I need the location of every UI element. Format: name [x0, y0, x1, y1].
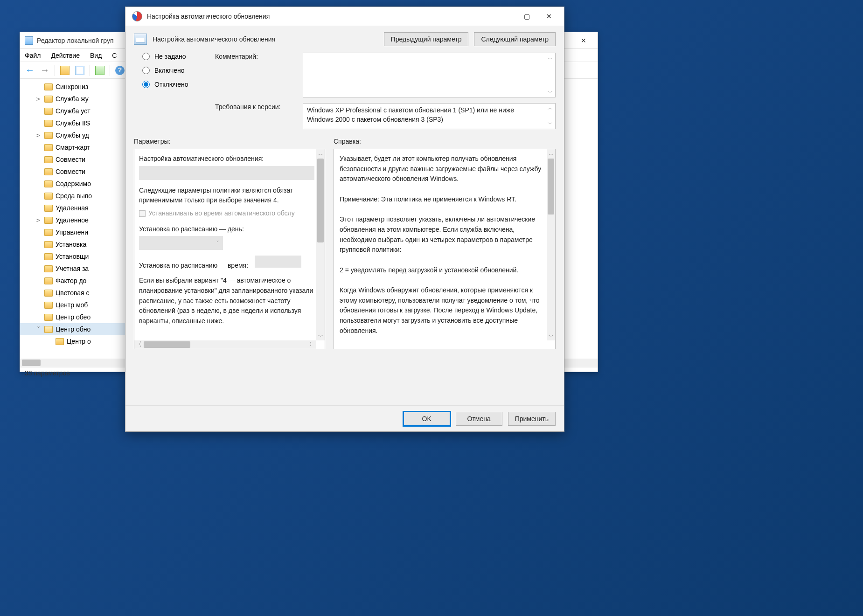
tree-node[interactable]: Фактор до — [20, 275, 136, 287]
tree-node[interactable]: ˅Центр обно — [20, 323, 136, 335]
properties-button[interactable] — [73, 64, 87, 77]
scroll-up-icon[interactable]: ︿ — [316, 149, 325, 158]
scrollbar-thumb[interactable] — [548, 159, 554, 215]
scroll-left-icon[interactable]: 〈 — [134, 340, 143, 349]
options-hscrollbar[interactable]: 〈 〉 — [134, 340, 316, 349]
tree-node[interactable]: Установщи — [20, 250, 136, 263]
radio-enabled-input[interactable] — [142, 67, 150, 74]
scrollbar-thumb[interactable] — [22, 360, 41, 366]
scroll-down-icon[interactable]: ﹀ — [316, 332, 325, 340]
tree-expander-icon[interactable]: > — [35, 216, 42, 224]
previous-setting-button[interactable]: Предыдущий параметр — [384, 32, 469, 46]
tree-node[interactable]: Центр моб — [20, 299, 136, 311]
tree-node[interactable]: Установка — [20, 238, 136, 250]
tree-node[interactable]: Служба уст — [20, 105, 136, 117]
tree-node[interactable]: Содержимо — [20, 178, 136, 190]
tree-node-label: Удаленная — [56, 204, 89, 212]
folder-icon — [44, 326, 53, 333]
tree-expander-icon[interactable]: ˅ — [35, 325, 42, 333]
comment-label: Комментарий: — [215, 53, 294, 60]
tree-node[interactable]: Цветовая с — [20, 287, 136, 299]
scrollbar-thumb[interactable] — [317, 159, 324, 242]
scroll-down-icon[interactable]: ﹀ — [547, 332, 555, 340]
dialog-footer: OK Отмена Применить — [125, 405, 564, 431]
help-p2: Примечание: Эта политика не применяется … — [340, 194, 543, 205]
comment-textarea[interactable]: ︿﹀ — [303, 53, 556, 97]
gpedit-tree[interactable]: Синхрониз>Служба жуСлужба устСлужбы IIS>… — [20, 79, 137, 359]
tree-node[interactable]: Учетная за — [20, 263, 136, 275]
help-p3: Этот параметр позволяет указать, включен… — [340, 215, 543, 255]
supported-text-1: Windows XP Professional с пакетом обновл… — [307, 105, 544, 115]
tree-node[interactable]: Совмести — [20, 153, 136, 166]
close-button[interactable]: ✕ — [538, 7, 560, 26]
tree-node-label: Служба жу — [56, 95, 89, 103]
close-icon[interactable]: ✕ — [574, 34, 593, 47]
nav-buttons: Предыдущий параметр Следующий параметр — [384, 32, 556, 46]
forward-button[interactable]: → — [38, 64, 52, 77]
tree-node-label: Учетная за — [56, 265, 89, 272]
tree-node[interactable]: Смарт-карт — [20, 141, 136, 153]
help-vscrollbar[interactable]: ︿ ﹀ — [547, 149, 555, 340]
apply-button[interactable]: Применить — [508, 412, 556, 426]
columns: Настройка автоматического обновления: Сл… — [125, 146, 564, 405]
tree-node[interactable]: Управлени — [20, 226, 136, 238]
tree-node[interactable]: Удаленная — [20, 202, 136, 214]
next-setting-button[interactable]: Следующий параметр — [474, 32, 556, 46]
tree-node[interactable]: Синхрониз — [20, 81, 136, 93]
opt-sched-day-select — [139, 236, 223, 250]
scroll-right-icon[interactable]: 〉 — [308, 340, 316, 349]
tree-expander-icon[interactable]: > — [35, 132, 42, 139]
menu-file[interactable]: Файл — [25, 52, 41, 59]
tree-node[interactable]: Совмести — [20, 166, 136, 178]
scroll-down-icon[interactable]: ﹀ — [546, 89, 554, 96]
tree-expander-icon[interactable]: > — [35, 95, 42, 103]
radio-enabled[interactable]: Включено — [142, 67, 195, 74]
export-button[interactable] — [93, 64, 107, 77]
export-icon — [95, 66, 104, 75]
scrollbar-thumb[interactable] — [144, 341, 190, 348]
radio-disabled[interactable]: Отключено — [142, 81, 195, 88]
tree-node-label: Содержимо — [56, 180, 91, 187]
options-vscrollbar[interactable]: ︿ ﹀ — [316, 149, 325, 340]
back-button[interactable]: ← — [23, 64, 37, 77]
tree-node-label: Центр обео — [56, 313, 90, 321]
tree-node[interactable]: >Удаленное — [20, 214, 136, 226]
comment-scrollbar[interactable]: ︿﹀ — [546, 54, 554, 96]
opt-configure-select — [139, 166, 314, 180]
options-content: Настройка автоматического обновления: Сл… — [134, 149, 325, 349]
folder-up-button[interactable] — [58, 64, 72, 77]
scroll-up-icon[interactable]: ︿ — [546, 54, 554, 61]
tree-node[interactable]: Центр обео — [20, 311, 136, 323]
maximize-button[interactable]: ▢ — [515, 7, 538, 26]
radio-not-configured-input[interactable] — [142, 53, 150, 60]
scroll-up-icon[interactable]: ︿ — [546, 104, 554, 112]
tree-node-label: Службы IIS — [56, 119, 90, 127]
cancel-button[interactable]: Отмена — [456, 412, 502, 426]
scroll-up-icon[interactable]: ︿ — [547, 149, 555, 158]
radio-label: Отключено — [154, 81, 188, 88]
tree-node[interactable]: Службы IIS — [20, 117, 136, 129]
menu-action[interactable]: Действие — [51, 52, 80, 59]
radio-disabled-input[interactable] — [142, 81, 150, 88]
dialog-titlebar[interactable]: Настройка автоматического обновления — ▢… — [125, 7, 564, 26]
menu-more[interactable]: С — [112, 52, 117, 59]
tree-node[interactable]: >Службы уд — [20, 129, 136, 141]
tree-node[interactable]: Среда выпо — [20, 190, 136, 202]
folder-icon — [44, 277, 53, 284]
checkbox-icon — [139, 210, 146, 217]
help-icon: ? — [115, 66, 125, 75]
tree-node[interactable]: Центр о — [20, 335, 136, 347]
menu-view[interactable]: Вид — [90, 52, 102, 59]
supported-scrollbar[interactable]: ︿﹀ — [546, 104, 554, 128]
folder-icon — [44, 314, 53, 321]
minimize-button[interactable]: — — [493, 7, 515, 26]
tree-node[interactable]: >Служба жу — [20, 93, 136, 105]
tree-node-label: Управлени — [56, 228, 88, 236]
radio-not-configured[interactable]: Не задано — [142, 53, 195, 60]
folder-icon — [44, 108, 53, 115]
tree-node-label: Служба уст — [56, 107, 90, 115]
scroll-down-icon[interactable]: ﹀ — [546, 120, 554, 128]
supported-on-box: Windows XP Professional с пакетом обновл… — [303, 103, 556, 129]
ok-button[interactable]: OK — [404, 412, 450, 426]
policy-icon — [132, 11, 142, 21]
